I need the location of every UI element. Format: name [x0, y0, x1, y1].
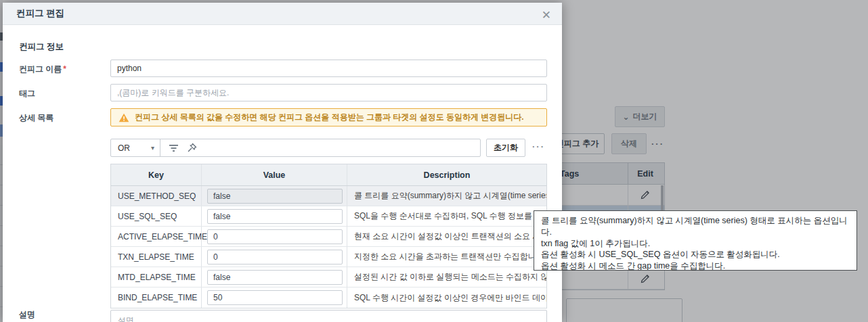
config-name-label-text: 컨피그 이름 [19, 64, 62, 74]
table-row-bind-elapse-time[interactable]: BIND_ELAPSE_TIME SQL 수행 시간이 설정값 이상인 경우에만… [111, 288, 546, 308]
tooltip-line: txn flag 값에 1이 추가됩니다. [541, 238, 850, 250]
filter-bar: OR ▾ [110, 139, 481, 157]
option-key: BIND_ELAPSE_TIME [111, 288, 202, 308]
option-key: USE_SQL_SEQ [111, 206, 202, 226]
config-name-label: 컨피그 이름* [19, 64, 66, 75]
required-asterisk: * [63, 64, 66, 74]
config-edit-modal: 컨피그 편집 ✕ 컨피그 정보 컨피그 이름* 태그 상세 목록 컨피그 상세 … [3, 3, 562, 322]
option-description: 현재 소요 시간이 설정값 이상인 트랜잭션의 소요 시간을 전... [347, 227, 546, 246]
option-description: SQL을 수행 순서대로 수집하며, SQL 수행 정보를 요약(su... [347, 206, 546, 226]
pin-icon[interactable] [187, 143, 197, 153]
table-row-use-sql-seq[interactable]: USE_SQL_SEQ SQL을 수행 순서대로 수집하며, SQL 수행 정보… [111, 206, 546, 227]
option-value-input[interactable] [207, 250, 343, 264]
option-description: 설정된 시간 값 이하로 실행되는 메소드는 수집하지 않습니... [347, 267, 546, 287]
modal-title: 컨피그 편집 [3, 7, 64, 20]
config-table-header: Key Value Description [111, 164, 546, 186]
table-row-txn-elapse-time[interactable]: TXN_ELAPSE_TIME 지정한 소요 시간을 초과하는 트랜잭션만 수집… [111, 247, 546, 267]
warning-icon [118, 113, 129, 122]
filter-more-options-icon[interactable]: ··· [532, 141, 545, 152]
key-column-header: Key [111, 164, 202, 185]
option-value-input[interactable] [207, 209, 343, 224]
option-description: 콜 트리를 요약(summary)하지 않고 시계열(time series).… [347, 186, 546, 206]
warning-banner: 컨피그 상세 목록의 값을 수정하면 해당 컨피그 옵션을 적용받는 그룹과 타… [110, 108, 547, 127]
description-label: 설명 [19, 309, 35, 321]
tooltip-line: 옵션 활성화 시 메소드 간 gap time을 수집합니다. [541, 260, 850, 271]
option-value-input[interactable] [207, 189, 343, 204]
filter-list-icon[interactable] [169, 144, 179, 152]
screen: ⌄ 더보기 컨피그 추가 삭제 ··· Tags Edit [0, 0, 868, 322]
option-value-input[interactable] [207, 270, 343, 285]
table-row-active-elapse-time[interactable]: ACTIVE_ELAPSE_TIME 현재 소요 시간이 설정값 이상인 트랜잭… [111, 227, 546, 247]
section-title-config-info: 컨피그 정보 [19, 41, 64, 53]
option-description-tooltip: 콜 트리를 요약(summary)하지 않고 시계열(time series) … [534, 210, 857, 271]
value-column-header: Value [202, 164, 347, 185]
option-key: USE_METHOD_SEQ [111, 186, 202, 206]
chevron-down-icon: ▾ [151, 144, 154, 152]
option-value-input[interactable] [207, 229, 343, 244]
option-description: SQL 수행 시간이 설정값 이상인 경우에만 바인드 데이터를 ... [347, 288, 546, 308]
close-icon[interactable]: ✕ [539, 7, 554, 24]
modal-header: 컨피그 편집 ✕ [3, 3, 562, 25]
option-key: TXN_ELAPSE_TIME [111, 247, 202, 267]
config-options-table: Key Value Description USE_METHOD_SEQ 콜 트… [110, 164, 547, 308]
description-column-header: Description [347, 164, 546, 185]
tooltip-line: 콜 트리를 요약(summary)하지 않고 시계열(time series) … [541, 215, 850, 238]
tooltip-line: 옵션 활성화 시 USE_SQL_SEQ 옵션이 자동으로 활성화됩니다. [541, 249, 850, 260]
table-row-use-method-seq[interactable]: USE_METHOD_SEQ 콜 트리를 요약(summary)하지 않고 시계… [111, 186, 546, 206]
option-value-input[interactable] [207, 290, 343, 305]
option-key: ACTIVE_ELAPSE_TIME [111, 227, 202, 246]
filter-operator-value: OR [118, 143, 130, 153]
description-textarea[interactable] [110, 310, 547, 322]
table-row-mtd-elapse-time[interactable]: MTD_ELAPSE_TIME 설정된 시간 값 이하로 실행되는 메소드는 수… [111, 267, 546, 288]
filter-operator-select[interactable]: OR ▾ [111, 139, 160, 156]
reset-button[interactable]: 초기화 [486, 139, 525, 157]
option-description: 지정한 소요 시간을 초과하는 트랜잭션만 수집합니다. (단위... [347, 247, 546, 267]
filter-search-input[interactable] [197, 139, 480, 156]
option-key: MTD_ELAPSE_TIME [111, 267, 202, 287]
config-name-input[interactable] [110, 60, 547, 77]
tag-input[interactable] [110, 84, 547, 101]
detail-list-label: 상세 목록 [19, 112, 53, 124]
tag-label: 태그 [19, 88, 35, 99]
warning-text: 컨피그 상세 목록의 값을 수정하면 해당 컨피그 옵션을 적용받는 그룹과 타… [135, 112, 524, 123]
